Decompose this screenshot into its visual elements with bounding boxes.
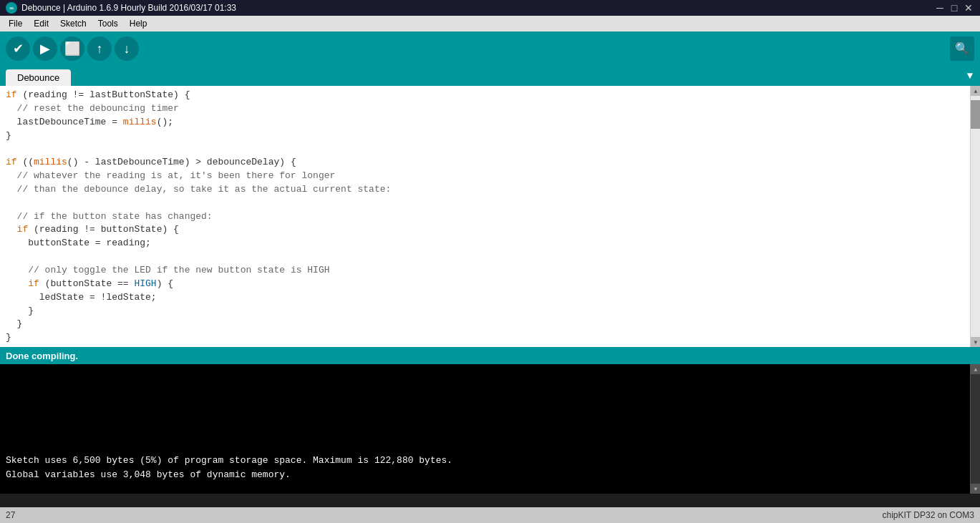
code-line: if (reading != buttonState) {: [6, 223, 964, 237]
new-icon: ⬜: [64, 41, 80, 57]
scroll-thumb[interactable]: [971, 100, 980, 129]
editor-scrollbar[interactable]: ▲ ▼: [970, 86, 980, 347]
code-line: // only toggle the LED if the new button…: [6, 264, 964, 278]
code-line: [6, 197, 964, 210]
code-line: ledState = !ledState;: [6, 291, 964, 305]
scroll-up-arrow[interactable]: ▲: [971, 86, 980, 96]
console-output-1: Sketch uses 6,500 bytes (5%) of program …: [6, 454, 974, 468]
code-line: }: [6, 318, 964, 331]
menu-file[interactable]: File: [3, 17, 28, 30]
titlebar-controls: ─ □ ✕: [934, 2, 974, 14]
menu-edit[interactable]: Edit: [28, 17, 54, 30]
menu-help[interactable]: Help: [124, 17, 153, 30]
console-line: [6, 370, 974, 384]
code-line: lastDebounceTime = millis();: [6, 116, 964, 129]
console-scroll-up[interactable]: ▲: [971, 364, 980, 374]
code-line: // whatever the reading is at, it's been…: [6, 170, 964, 183]
tabbar: Debounce ▼: [0, 66, 980, 86]
console-output-2: Global variables use 3,048 bytes of dyna…: [6, 468, 974, 482]
console-line: [6, 398, 974, 412]
code-line: [6, 345, 964, 347]
scroll-down-arrow[interactable]: ▼: [971, 337, 980, 347]
tab-dropdown-button[interactable]: ▼: [960, 66, 980, 86]
arduino-logo: ∞: [6, 2, 17, 14]
bottom-status-bar: 27 chipKIT DP32 on COM3: [0, 507, 980, 523]
code-line: }: [6, 331, 964, 345]
editor-content[interactable]: if (reading != lastButtonState) { // res…: [0, 86, 970, 347]
console-scrollbar[interactable]: ▲ ▼: [970, 364, 980, 494]
code-line: }: [6, 305, 964, 318]
save-icon: ↓: [124, 41, 130, 57]
code-line: // than the debounce delay, so take it a…: [6, 183, 964, 197]
code-line: // reset the debouncing timer: [6, 102, 964, 116]
status-bar: Done compiling.: [0, 347, 980, 364]
board-info: chipKIT DP32 on COM3: [882, 510, 974, 520]
code-line: [6, 142, 964, 156]
search-icon: 🔍: [955, 41, 969, 56]
status-text: Done compiling.: [6, 351, 78, 361]
menubar: File Edit Sketch Tools Help: [0, 16, 980, 31]
titlebar: ∞ Debounce | Arduino 1.6.9 Hourly Build …: [0, 0, 980, 16]
console-content: Sketch uses 6,500 bytes (5%) of program …: [0, 364, 980, 487]
code-line: // if the button state has changed:: [6, 210, 964, 224]
new-button[interactable]: ⬜: [60, 36, 84, 61]
console-scroll-down[interactable]: ▼: [971, 484, 980, 494]
menu-tools[interactable]: Tools: [92, 17, 124, 30]
verify-icon: ✔: [13, 41, 24, 57]
open-icon: ↑: [97, 41, 103, 57]
console-line: [6, 412, 974, 426]
code-line: }: [6, 129, 964, 143]
window-title: Debounce | Arduino 1.6.9 Hourly Build 20…: [21, 3, 236, 13]
toolbar: ✔ ▶ ⬜ ↑ ↓ 🔍: [0, 31, 980, 66]
console-line: [6, 440, 974, 454]
code-line: buttonState = reading;: [6, 237, 964, 250]
tab-label: Debounce: [17, 72, 59, 83]
upload-button[interactable]: ▶: [33, 36, 57, 61]
editor-container: if (reading != lastButtonState) { // res…: [0, 86, 980, 347]
upload-icon: ▶: [40, 41, 50, 57]
console-line: [6, 384, 974, 399]
open-button[interactable]: ↑: [87, 36, 112, 61]
line-number: 27: [6, 510, 15, 520]
save-button[interactable]: ↓: [115, 36, 139, 61]
tab-debounce[interactable]: Debounce: [6, 69, 71, 86]
maximize-button[interactable]: □: [949, 2, 960, 14]
code-line: if (buttonState == HIGH) {: [6, 278, 964, 291]
minimize-button[interactable]: ─: [934, 2, 946, 14]
menu-sketch[interactable]: Sketch: [54, 17, 92, 30]
code-line: if ((millis() - lastDebounceTime) > debo…: [6, 156, 964, 170]
search-button[interactable]: 🔍: [950, 36, 974, 61]
close-button[interactable]: ✕: [963, 2, 974, 14]
code-line: if (reading != lastButtonState) {: [6, 89, 964, 102]
console-container: Sketch uses 6,500 bytes (5%) of program …: [0, 364, 980, 494]
verify-button[interactable]: ✔: [6, 36, 30, 61]
console-line: [6, 426, 974, 440]
titlebar-left: ∞ Debounce | Arduino 1.6.9 Hourly Build …: [6, 2, 236, 14]
code-line: [6, 250, 964, 264]
